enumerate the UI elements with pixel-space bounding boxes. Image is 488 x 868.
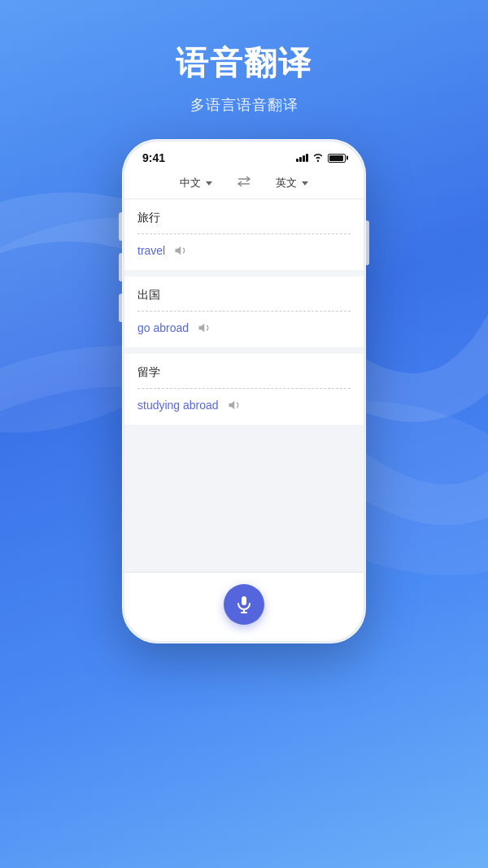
speaker-button-1[interactable] <box>173 242 190 259</box>
translation-text-1: travel <box>137 244 165 257</box>
target-lang-dropdown-icon <box>302 181 308 185</box>
svg-marker-4 <box>229 401 234 410</box>
source-text-2: 出国 <box>124 277 364 311</box>
translation-text-3: studying abroad <box>137 399 219 412</box>
status-icons <box>296 152 346 164</box>
svg-rect-5 <box>242 596 246 605</box>
status-time: 9:41 <box>142 151 165 164</box>
translation-result-2: go abroad <box>124 312 364 347</box>
page-subtitle: 多语言语音翻译 <box>0 95 488 115</box>
translation-card-2: 出国 go abroad <box>124 277 364 347</box>
signal-icon <box>296 154 308 162</box>
translation-text-2: go abroad <box>137 321 189 334</box>
translation-card-1: 旅行 travel <box>124 199 364 270</box>
mic-button[interactable] <box>224 584 264 625</box>
speaker-button-3[interactable] <box>227 397 243 413</box>
source-language[interactable]: 中文 <box>163 176 229 190</box>
wifi-icon <box>312 152 324 164</box>
source-text-1: 旅行 <box>124 199 364 233</box>
speaker-button-2[interactable] <box>197 320 213 336</box>
battery-icon <box>328 154 346 163</box>
phone-mockup: 9:41 <box>122 139 366 643</box>
source-text-3: 留学 <box>124 354 364 388</box>
translation-card-3: 留学 studying abroad <box>124 354 364 425</box>
translation-result-1: travel <box>124 234 364 270</box>
mic-area <box>124 572 364 641</box>
svg-marker-3 <box>199 324 205 333</box>
language-bar: 中文 英文 <box>124 169 364 199</box>
target-language[interactable]: 英文 <box>259 176 325 190</box>
swap-language-button[interactable] <box>229 176 259 190</box>
translation-list: 旅行 travel 出国 <box>124 199 364 572</box>
status-bar: 9:41 <box>124 142 364 169</box>
source-lang-dropdown-icon <box>206 181 212 185</box>
page-title: 语音翻译 <box>0 41 488 85</box>
svg-marker-2 <box>176 246 181 255</box>
translation-result-3: studying abroad <box>124 389 364 425</box>
